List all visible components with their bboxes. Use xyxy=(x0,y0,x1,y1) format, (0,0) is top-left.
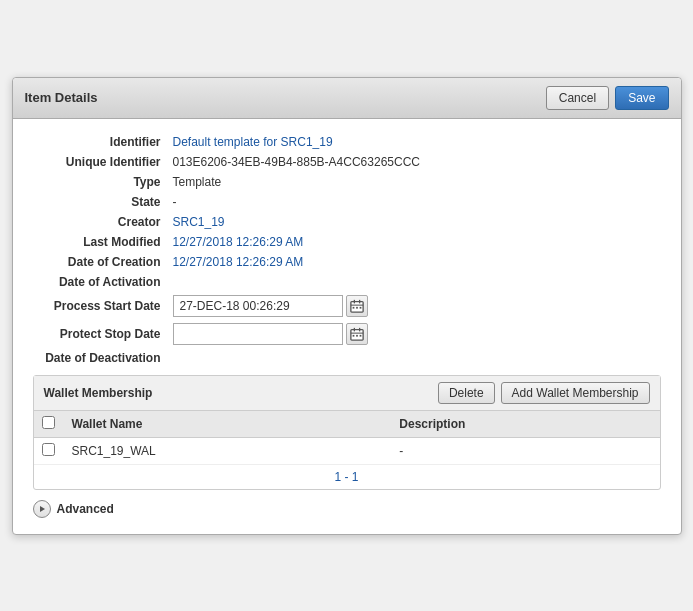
process-start-date-row: Process Start Date xyxy=(33,295,661,317)
type-row: Type Template xyxy=(33,175,661,189)
last-modified-value: 12/27/2018 12:26:29 AM xyxy=(173,235,304,249)
advanced-label: Advanced xyxy=(57,502,114,516)
delete-button[interactable]: Delete xyxy=(438,382,495,404)
date-of-deactivation-row: Date of Deactivation xyxy=(33,351,661,365)
row-wallet-name: SRC1_19_WAL xyxy=(64,437,392,464)
date-of-deactivation-label: Date of Deactivation xyxy=(33,351,173,365)
row-checkbox[interactable] xyxy=(42,443,55,456)
type-label: Type xyxy=(33,175,173,189)
state-label: State xyxy=(33,195,173,209)
date-of-activation-row: Date of Activation xyxy=(33,275,661,289)
svg-rect-13 xyxy=(359,334,361,336)
process-start-date-label: Process Start Date xyxy=(33,299,173,313)
process-start-date-calendar-icon[interactable] xyxy=(346,295,368,317)
dialog-header: Item Details Cancel Save xyxy=(13,78,681,119)
wallet-col-description: Description xyxy=(391,411,659,438)
type-value: Template xyxy=(173,175,222,189)
wallet-table-header-row: Wallet Name Description xyxy=(34,411,660,438)
select-all-checkbox[interactable] xyxy=(42,416,55,429)
header-buttons: Cancel Save xyxy=(546,86,669,110)
wallet-col-checkbox xyxy=(34,411,64,438)
last-modified-label: Last Modified xyxy=(33,235,173,249)
cancel-button[interactable]: Cancel xyxy=(546,86,609,110)
unique-identifier-value: 013E6206-34EB-49B4-885B-A4CC63265CCC xyxy=(173,155,421,169)
creator-value: SRC1_19 xyxy=(173,215,225,229)
dialog-title: Item Details xyxy=(25,90,98,105)
protect-stop-date-calendar-icon[interactable] xyxy=(346,323,368,345)
unique-identifier-row: Unique Identifier 013E6206-34EB-49B4-885… xyxy=(33,155,661,169)
svg-rect-4 xyxy=(352,306,354,308)
wallet-membership-title: Wallet Membership xyxy=(44,386,153,400)
protect-stop-date-label: Protect Stop Date xyxy=(33,327,173,341)
state-value: - xyxy=(173,195,177,209)
item-details-dialog: Item Details Cancel Save Identifier Defa… xyxy=(12,77,682,535)
add-wallet-membership-button[interactable]: Add Wallet Membership xyxy=(501,382,650,404)
date-of-creation-label: Date of Creation xyxy=(33,255,173,269)
wallet-membership-header: Wallet Membership Delete Add Wallet Memb… xyxy=(34,376,660,411)
date-of-creation-row: Date of Creation 12/27/2018 12:26:29 AM xyxy=(33,255,661,269)
svg-marker-14 xyxy=(40,506,45,512)
wallet-table: Wallet Name Description SRC1_19_WAL - xyxy=(34,411,660,465)
identifier-label: Identifier xyxy=(33,135,173,149)
dialog-body: Identifier Default template for SRC1_19 … xyxy=(13,119,681,534)
row-checkbox-cell xyxy=(34,437,64,464)
svg-rect-11 xyxy=(352,334,354,336)
wallet-membership-section: Wallet Membership Delete Add Wallet Memb… xyxy=(33,375,661,490)
last-modified-row: Last Modified 12/27/2018 12:26:29 AM xyxy=(33,235,661,249)
save-button[interactable]: Save xyxy=(615,86,668,110)
row-description: - xyxy=(391,437,659,464)
state-row: State - xyxy=(33,195,661,209)
creator-label: Creator xyxy=(33,215,173,229)
advanced-section[interactable]: Advanced xyxy=(33,500,661,518)
svg-rect-5 xyxy=(356,306,358,308)
protect-stop-date-input[interactable] xyxy=(173,323,343,345)
identifier-value: Default template for SRC1_19 xyxy=(173,135,333,149)
wallet-pagination: 1 - 1 xyxy=(34,465,660,489)
svg-rect-6 xyxy=(359,306,361,308)
process-start-date-input[interactable] xyxy=(173,295,343,317)
protect-stop-date-row: Protect Stop Date xyxy=(33,323,661,345)
date-of-activation-label: Date of Activation xyxy=(33,275,173,289)
wallet-col-wallet-name: Wallet Name xyxy=(64,411,392,438)
table-row: SRC1_19_WAL - xyxy=(34,437,660,464)
svg-rect-12 xyxy=(356,334,358,336)
advanced-expand-icon[interactable] xyxy=(33,500,51,518)
unique-identifier-label: Unique Identifier xyxy=(33,155,173,169)
date-of-creation-value: 12/27/2018 12:26:29 AM xyxy=(173,255,304,269)
creator-row: Creator SRC1_19 xyxy=(33,215,661,229)
identifier-row: Identifier Default template for SRC1_19 xyxy=(33,135,661,149)
wallet-action-buttons: Delete Add Wallet Membership xyxy=(438,382,650,404)
